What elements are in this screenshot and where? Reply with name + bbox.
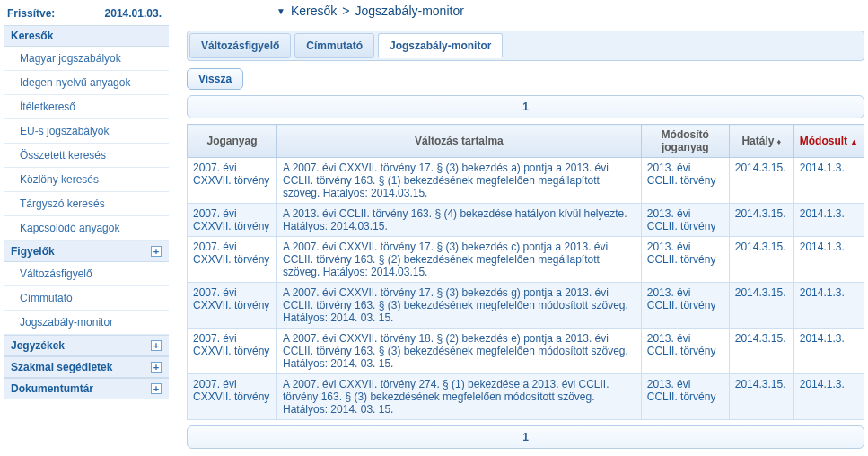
- cell-valtozas: A 2007. évi CXXVII. törvény 17. § (3) be…: [277, 237, 642, 283]
- col-modosult[interactable]: Módosult▲: [793, 125, 864, 158]
- sidebar-item[interactable]: Közlöny keresés: [4, 168, 169, 192]
- sidebar-item[interactable]: Összetett keresés: [4, 144, 169, 168]
- cell-joganyag[interactable]: 2007. évi CXXVII. törvény: [188, 329, 277, 374]
- table-row: 2007. évi CXXVII. törvényA 2007. évi CXX…: [188, 283, 864, 329]
- sidebar-group-2[interactable]: Jegyzékek+: [4, 335, 169, 356]
- cell-valtozas: A 2007. évi CXXVII. törvény 17. § (3) be…: [277, 158, 642, 204]
- cell-valtozas: A 2013. évi CCLII. törvény 163. § (4) be…: [277, 204, 642, 237]
- sidebar-group-4[interactable]: Dokumentumtár+: [4, 378, 169, 399]
- cell-hataly[interactable]: 2014.3.15.: [729, 237, 793, 283]
- cell-joganyag[interactable]: 2007. évi CXXVII. törvény: [188, 204, 277, 237]
- sidebar-group-title: Figyelők: [11, 245, 55, 258]
- sidebar-group-0[interactable]: Keresők: [4, 25, 169, 47]
- cell-modosult[interactable]: 2014.1.3.: [793, 204, 864, 237]
- cell-hataly[interactable]: 2014.3.15.: [729, 158, 793, 204]
- cell-modosult[interactable]: 2014.1.3.: [793, 329, 864, 374]
- cell-modosult[interactable]: 2014.1.3.: [793, 374, 864, 420]
- sidebar-item[interactable]: Kapcsolódó anyagok: [4, 216, 169, 241]
- breadcrumb-sep: >: [342, 4, 349, 18]
- table-row: 2007. évi CXXVII. törvényA 2007. évi CXX…: [188, 237, 864, 283]
- cell-valtozas: A 2007. évi CXXVII. törvény 274. § (1) b…: [277, 374, 642, 420]
- table-row: 2007. évi CXXVII. törvényA 2013. évi CCL…: [188, 204, 864, 237]
- tab-1[interactable]: Címmutató: [294, 33, 374, 58]
- cell-joganyag[interactable]: 2007. évi CXXVII. törvény: [188, 374, 277, 420]
- col-joganyag[interactable]: Joganyag: [188, 125, 277, 158]
- table-row: 2007. évi CXXVII. törvényA 2007. évi CXX…: [188, 329, 864, 374]
- sidebar-group-title: Keresők: [11, 30, 53, 42]
- expand-icon[interactable]: +: [151, 340, 162, 351]
- tab-0[interactable]: Változásfigyelő: [189, 33, 291, 58]
- back-button[interactable]: Vissza: [187, 68, 243, 90]
- results-table: Joganyag Változás tartalma Módosító joga…: [187, 124, 864, 420]
- cell-hataly[interactable]: 2014.3.15.: [729, 283, 793, 329]
- cell-modosito[interactable]: 2013. évi CCLII. törvény: [641, 204, 729, 237]
- table-row: 2007. évi CXXVII. törvényA 2007. évi CXX…: [188, 374, 864, 420]
- expand-icon[interactable]: +: [151, 246, 162, 257]
- breadcrumb: ▼ Keresők > Jogszabály-monitor: [187, 4, 864, 31]
- cell-modosito[interactable]: 2013. évi CCLII. törvény: [641, 374, 729, 420]
- cell-modosito[interactable]: 2013. évi CCLII. törvény: [641, 283, 729, 329]
- cell-valtozas: A 2007. évi CXXVII. törvény 18. § (2) be…: [277, 329, 642, 374]
- col-modosult-label: Módosult: [800, 135, 847, 147]
- table-row: 2007. évi CXXVII. törvényA 2007. évi CXX…: [188, 158, 864, 204]
- col-modosito[interactable]: Módosító joganyag: [641, 125, 729, 158]
- cell-modosito[interactable]: 2013. évi CCLII. törvény: [641, 329, 729, 374]
- pager-top[interactable]: 1: [187, 95, 864, 118]
- sidebar-item[interactable]: Magyar jogszabályok: [4, 47, 169, 71]
- sidebar-group-3[interactable]: Szakmai segédletek+: [4, 356, 169, 378]
- cell-hataly[interactable]: 2014.3.15.: [729, 204, 793, 237]
- cell-hataly[interactable]: 2014.3.15.: [729, 329, 793, 374]
- col-hataly-label: Hatály: [741, 135, 774, 147]
- tab-2[interactable]: Jogszabály-monitor: [378, 33, 503, 58]
- cell-modosult[interactable]: 2014.1.3.: [793, 158, 864, 204]
- breadcrumb-l1[interactable]: Keresők: [291, 4, 337, 18]
- refresh-label: Frissítve:: [7, 7, 55, 20]
- sidebar-item[interactable]: EU-s jogszabályok: [4, 119, 169, 144]
- sidebar-item[interactable]: Idegen nyelvű anyagok: [4, 71, 169, 95]
- cell-joganyag[interactable]: 2007. évi CXXVII. törvény: [188, 237, 277, 283]
- col-hataly[interactable]: Hatály♦: [729, 125, 793, 158]
- cell-modosult[interactable]: 2014.1.3.: [793, 237, 864, 283]
- cell-modosult[interactable]: 2014.1.3.: [793, 283, 864, 329]
- expand-icon[interactable]: +: [151, 383, 162, 394]
- cell-valtozas: A 2007. évi CXXVII. törvény 17. § (3) be…: [277, 283, 642, 329]
- sidebar-item[interactable]: Címmutató: [4, 286, 169, 311]
- expand-icon[interactable]: +: [151, 362, 162, 373]
- sort-diamond-icon: ♦: [774, 137, 781, 146]
- cell-modosito[interactable]: 2013. évi CCLII. törvény: [641, 237, 729, 283]
- sidebar-group-1[interactable]: Figyelők+: [4, 241, 169, 262]
- cell-hataly[interactable]: 2014.3.15.: [729, 374, 793, 420]
- sort-up-icon: ▲: [847, 137, 858, 146]
- sidebar-item[interactable]: Változásfigyelő: [4, 262, 169, 286]
- refresh-date: 2014.01.03.: [105, 7, 162, 20]
- cell-joganyag[interactable]: 2007. évi CXXVII. törvény: [188, 283, 277, 329]
- sidebar-item[interactable]: Tárgyszó keresés: [4, 192, 169, 216]
- sidebar-item[interactable]: Ítéletkereső: [4, 95, 169, 119]
- breadcrumb-l2[interactable]: Jogszabály-monitor: [355, 4, 463, 18]
- cell-modosito[interactable]: 2013. évi CCLII. törvény: [641, 158, 729, 204]
- triangle-down-icon: ▼: [276, 6, 285, 16]
- sidebar-group-title: Dokumentumtár: [11, 382, 93, 395]
- cell-joganyag[interactable]: 2007. évi CXXVII. törvény: [188, 158, 277, 204]
- pager-bottom[interactable]: 1: [187, 425, 864, 449]
- tabs: VáltozásfigyelőCímmutatóJogszabály-monit…: [187, 31, 864, 61]
- sidebar-item[interactable]: Jogszabály-monitor: [4, 311, 169, 335]
- sidebar-group-title: Szakmai segédletek: [11, 361, 112, 373]
- sidebar-group-title: Jegyzékek: [11, 339, 65, 352]
- col-valtozas[interactable]: Változás tartalma: [277, 125, 642, 158]
